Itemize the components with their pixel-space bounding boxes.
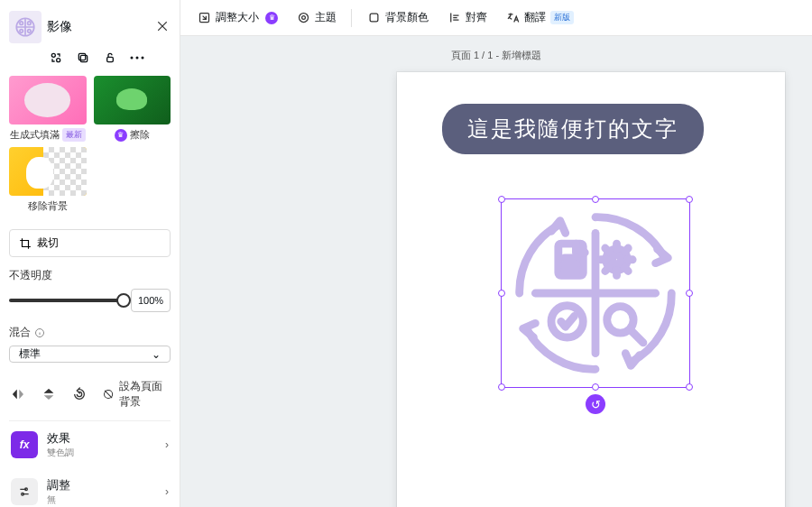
svg-rect-9 [107,57,114,61]
gen-fill-thumb[interactable]: 生成式填滿最新 [9,76,87,142]
slider-thumb[interactable] [116,293,131,308]
transform-row: 設為頁面背景 [9,375,171,420]
svg-point-2 [28,22,31,24]
background-icon [103,387,114,401]
blend-label: 混合 [9,325,171,340]
bgcolor-icon [366,11,381,25]
page-indicator: 頁面 1 / 1 - 新增標題 [180,49,812,62]
top-toolbar: 調整大小 ♛ 主題 背景顏色 對齊 翻譯 新版 [180,0,812,36]
selection-box[interactable]: ↺ [501,198,690,388]
svg-point-5 [51,53,55,57]
resize-handle[interactable] [592,196,599,203]
svg-line-39 [624,248,628,252]
close-icon[interactable] [156,20,171,34]
svg-point-4 [28,30,31,32]
new-badge: 最新 [62,128,86,142]
crop-button[interactable]: 裁切 [9,229,171,257]
set-as-bg-button[interactable]: 設為頁面背景 [103,379,169,410]
svg-line-42 [630,329,643,343]
theme-button[interactable]: 主題 [289,5,344,30]
blend-select[interactable]: 標準 ⌄ [9,346,171,363]
erase-thumb[interactable]: ♛擦除 [94,76,171,142]
sidebar-item-thumb [9,11,42,43]
crop-icon [19,237,32,250]
chevron-down-icon: ⌄ [152,348,161,361]
svg-point-22 [301,16,305,20]
tool-swap-icon[interactable] [49,51,63,65]
remove-bg-thumb[interactable]: 移除背景 [9,147,87,213]
rotate-handle[interactable]: ↺ [586,394,605,414]
bgcolor-button[interactable]: 背景顏色 [359,5,436,30]
premium-icon: ♛ [115,129,127,142]
slider-track[interactable] [9,299,124,302]
resize-handle[interactable] [498,196,505,203]
svg-point-3 [20,30,23,32]
svg-rect-23 [370,14,378,22]
translate-icon [505,11,520,25]
resize-handle[interactable] [686,383,693,391]
align-icon [447,11,461,25]
adjust-item[interactable]: 調整無 › [9,468,171,507]
opacity-value[interactable]: 100% [131,289,171,312]
svg-point-31 [613,255,622,264]
rotate-icon[interactable] [72,386,87,402]
svg-rect-8 [78,53,85,60]
resize-handle[interactable] [686,290,693,297]
fx-icon: fx [11,431,38,458]
translate-button[interactable]: 翻譯 新版 [498,5,581,30]
svg-point-11 [136,57,139,60]
tool-copy-icon[interactable] [76,51,90,65]
ai-tools-row: 生成式填滿最新 ♛擦除 [9,76,171,142]
svg-line-38 [605,268,609,272]
sidebar: 影像 生成式填滿最新 ♛擦除 移除背景 裁切 不透明度 100% [0,0,180,507]
opacity-slider[interactable]: 100% [9,289,171,312]
sidebar-quick-tools [9,51,171,76]
info-icon[interactable] [34,327,45,338]
svg-point-12 [142,57,144,60]
align-button[interactable]: 對齊 [439,5,494,30]
resize-icon [197,11,211,25]
sidebar-title: 影像 [47,19,151,35]
adjust-icon [11,478,38,505]
flip-horizontal-icon[interactable] [11,386,25,402]
tool-more-icon[interactable] [130,51,144,65]
tool-lock-icon[interactable] [103,51,117,65]
svg-line-37 [624,268,628,272]
resize-button[interactable]: 調整大小 ♛ [189,5,285,30]
chevron-right-icon: › [165,438,169,451]
svg-point-21 [299,14,308,23]
selected-image[interactable] [507,205,684,382]
svg-point-1 [20,22,23,24]
new-badge: 新版 [550,11,574,24]
ai-tools-row-2: 移除背景 [9,147,171,213]
resize-handle[interactable] [498,383,505,391]
svg-point-10 [131,57,134,60]
canvas-area[interactable]: 頁面 1 / 1 - 新增標題 這是我隨便打的文字 [180,36,812,507]
canvas-page[interactable]: 這是我隨便打的文字 [397,72,785,507]
effects-item[interactable]: fx 效果雙色調 › [9,420,171,468]
text-element[interactable]: 這是我隨便打的文字 [442,104,704,154]
main-area: 調整大小 ♛ 主題 背景顏色 對齊 翻譯 新版 頁面 1 / 1 - 新增標題 … [180,0,812,507]
svg-line-36 [605,248,609,252]
chevron-right-icon: › [165,485,169,498]
svg-rect-7 [80,55,87,61]
resize-handle[interactable] [686,196,693,203]
theme-icon [296,11,310,25]
resize-handle[interactable] [498,290,505,297]
sidebar-header: 影像 [9,7,171,51]
toolbar-divider [351,9,352,27]
opacity-label: 不透明度 [9,268,171,283]
resize-handle[interactable] [592,383,599,391]
flip-vertical-icon[interactable] [42,386,56,402]
premium-icon: ♛ [265,12,278,24]
svg-point-6 [57,59,60,62]
